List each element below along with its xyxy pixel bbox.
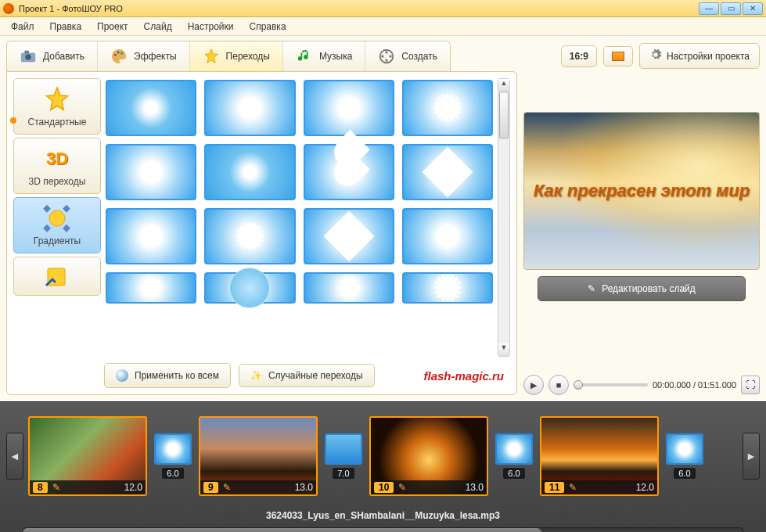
svg-rect-15 [43,225,51,232]
transition-thumb[interactable] [402,80,493,136]
tab-add[interactable]: Добавить [7,41,98,71]
svg-point-4 [117,51,120,53]
transition-thumb[interactable] [204,208,295,264]
transition-thumb[interactable] [106,80,196,136]
play-button[interactable]: ▶ [523,375,544,395]
timeline-slide[interactable]: 9 ✎ 13.0 [199,416,318,496]
menu-edit[interactable]: Правка [44,19,88,34]
transition-thumb[interactable] [106,144,196,200]
menu-file[interactable]: Файл [5,19,41,34]
timeline-transition[interactable]: 6.0 [494,433,534,479]
pencil-icon[interactable]: ✎ [52,482,60,493]
marker-icon [10,117,16,124]
transition-thumb[interactable] [402,208,493,264]
lights-icon [43,204,71,232]
thumbnail-grid [104,78,498,357]
svg-point-1 [25,54,31,59]
timeline-next-button[interactable]: ► [743,433,760,480]
timeline-row: ◄ 8 ✎ 12.0 6.0 9 ✎ 13.0 [0,410,766,502]
transition-thumb[interactable] [304,80,394,136]
minimize-button[interactable]: — [699,2,719,15]
category-more[interactable] [13,257,101,296]
timeline-scrollbar[interactable] [22,527,744,532]
svg-point-9 [386,59,388,61]
menu-settings[interactable]: Настройки [182,19,240,34]
category-gradients[interactable]: Градиенты [13,197,101,253]
transition-thumb-icon[interactable] [666,433,703,465]
edit-slide-label: Редактировать слайд [602,283,696,294]
timeline-slide[interactable]: 8 ✎ 12.0 [28,416,147,496]
transition-thumb-icon[interactable] [154,433,192,465]
timeline-scroll-handle[interactable] [23,528,541,532]
tab-transitions[interactable]: Переходы [190,41,283,71]
tab-create-label: Создать [401,51,437,62]
thumbnail-scroll: ▲ ▼ [104,78,510,357]
svg-point-10 [382,55,384,57]
vertical-scrollbar[interactable]: ▲ ▼ [498,78,510,357]
timeline-transition[interactable]: 6.0 [153,433,192,479]
category-list: Стандартные 3D 3D переходы Градиенты [13,78,101,388]
timeline-transition[interactable]: 6.0 [665,433,704,479]
pencil-icon[interactable]: ✎ [398,482,406,493]
svg-point-8 [386,51,388,53]
close-button[interactable]: ✕ [743,2,763,15]
slide-duration: 12.0 [636,482,654,493]
watermark-text: flash-magic.ru [423,369,510,383]
transition-thumb[interactable] [106,208,196,264]
scroll-down-icon[interactable]: ▼ [498,343,509,356]
timeline-slide[interactable]: 10 ✎ 13.0 [369,416,488,496]
slide-footer: 11 ✎ 12.0 [541,480,657,494]
star-icon [203,48,220,65]
menu-help[interactable]: Справка [243,19,292,34]
apply-all-button[interactable]: Применить ко всем [104,363,231,388]
project-settings-label: Настройки проекта [667,51,750,62]
maximize-button[interactable]: ▭ [721,2,741,15]
pencil-icon[interactable]: ✎ [223,482,231,493]
timeline-transition[interactable]: 7.0 [324,433,363,479]
transition-thumb[interactable] [304,208,394,264]
background-button[interactable] [603,46,633,66]
transition-thumb[interactable] [204,272,295,304]
transition-thumb[interactable] [204,144,295,200]
pencil-icon[interactable]: ✎ [569,482,577,493]
palette-icon [110,48,128,65]
category-standard[interactable]: Стандартные [13,78,101,135]
transition-thumb[interactable] [106,272,196,304]
random-label: Случайные переходы [268,370,363,381]
stop-button[interactable]: ■ [548,375,569,395]
transition-thumb[interactable] [204,80,295,136]
timeline-slide[interactable]: 11 ✎ 12.0 [540,416,659,496]
panel-actions: Применить ко всем ✨ Случайные переходы f… [104,357,510,388]
transition-thumb-icon[interactable] [495,433,533,465]
tab-create[interactable]: Создать [365,41,450,71]
transition-thumb[interactable] [402,272,493,304]
random-button[interactable]: ✨ Случайные переходы [239,364,375,387]
transition-thumb[interactable] [304,144,394,200]
tab-effects[interactable]: Эффекты [98,41,190,71]
scroll-up-icon[interactable]: ▲ [498,79,509,92]
project-settings-button[interactable]: Настройки проекта [639,43,760,69]
slide-number: 9 [203,482,218,493]
aspect-label: 16:9 [570,51,588,62]
slide-number: 10 [374,482,394,493]
aspect-button[interactable]: 16:9 [561,45,597,67]
tab-music[interactable]: Музыка [283,41,365,71]
category-3d[interactable]: 3D 3D переходы [13,138,101,194]
timeline-prev-button[interactable]: ◄ [6,433,23,480]
transition-thumb[interactable] [402,144,493,200]
scroll-handle[interactable] [499,92,509,138]
edit-slide-button[interactable]: ✎ Редактировать слайд [538,276,746,301]
transition-duration: 7.0 [333,468,354,479]
slide-footer: 8 ✎ 12.0 [30,480,146,494]
scroll-track[interactable] [498,92,509,343]
fullscreen-button[interactable]: ⛶ [741,376,760,394]
seek-bar[interactable] [574,383,648,386]
slide-footer: 9 ✎ 13.0 [200,480,316,494]
transition-thumb-icon[interactable] [325,433,362,465]
seek-handle[interactable] [574,380,583,390]
preview-display: Как прекрасен этот мир [523,112,760,270]
menu-slide[interactable]: Слайд [138,19,178,34]
transition-thumb[interactable] [304,272,394,304]
main-tabs: Добавить Эффекты Переходы Музыка Создать [6,41,451,71]
menu-project[interactable]: Проект [91,19,135,34]
